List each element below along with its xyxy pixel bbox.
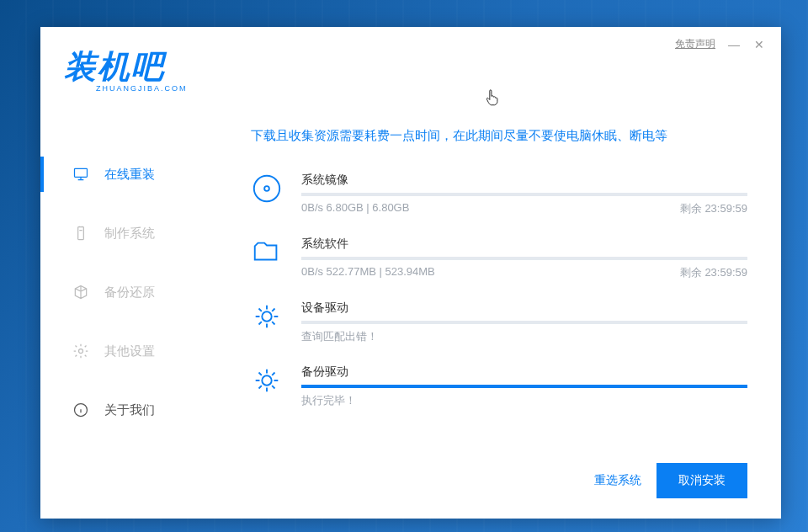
progress-bar <box>301 321 747 324</box>
nav-about[interactable]: 关于我们 <box>40 380 234 439</box>
task-remain: 剩余 23:59:59 <box>680 201 747 216</box>
nav-make-system[interactable]: 制作系统 <box>40 204 234 263</box>
logo-subtext: ZHUANGJIBA.COM <box>96 84 188 93</box>
cube-icon <box>72 284 89 301</box>
svg-point-6 <box>262 311 271 321</box>
nav-other-settings[interactable]: 其他设置 <box>40 322 234 380</box>
progress-bar <box>301 385 747 388</box>
task-title: 系统软件 <box>301 237 747 252</box>
nav-label: 关于我们 <box>104 402 155 418</box>
task-speed: 0B/s 522.77MB | 523.94MB <box>301 265 435 280</box>
sidebar: 在线重装 制作系统 备份还原 其他设置 关于我们 <box>40 145 234 439</box>
task-backup-driver: 备份驱动 执行完毕！ <box>251 364 747 408</box>
hint-text: 下载且收集资源需要耗费一点时间，在此期间尽量不要使电脑休眠、断电等 <box>251 128 747 144</box>
footer: 重选系统 取消安装 <box>594 463 747 498</box>
gear-icon <box>251 301 283 332</box>
minimize-button[interactable]: — <box>727 38 741 51</box>
nav-label: 制作系统 <box>104 226 155 242</box>
reselect-system-link[interactable]: 重选系统 <box>594 473 641 488</box>
svg-rect-1 <box>78 227 84 240</box>
task-title: 备份驱动 <box>301 364 747 380</box>
gear-icon <box>251 364 283 396</box>
progress-bar <box>301 193 747 196</box>
task-status: 执行完毕！ <box>301 393 356 408</box>
task-system-image: 系统镜像 0B/s 6.80GB | 6.80GB 剩余 23:59:59 <box>251 173 747 216</box>
task-status: 查询匹配出错！ <box>301 329 378 344</box>
nav-backup-restore[interactable]: 备份还原 <box>40 263 234 322</box>
app-window: 免责声明 — ✕ 装机吧 ZHUANGJIBA.COM 在线重装 制作系统 备份… <box>40 27 781 519</box>
disc-icon <box>251 173 283 205</box>
logo-text: 装机吧 <box>64 51 188 82</box>
task-title: 设备驱动 <box>301 301 747 316</box>
gear-icon <box>72 343 89 359</box>
nav-label: 其他设置 <box>104 343 155 359</box>
main-content: 下载且收集资源需要耗费一点时间，在此期间尽量不要使电脑休眠、断电等 系统镜像 0… <box>251 128 747 428</box>
nav-label: 备份还原 <box>104 285 155 301</box>
svg-point-7 <box>262 375 271 385</box>
progress-bar <box>301 257 747 260</box>
svg-point-4 <box>254 176 279 201</box>
disclaimer-link[interactable]: 免责声明 <box>675 37 715 51</box>
nav-label: 在线重装 <box>104 167 155 183</box>
svg-rect-0 <box>75 168 88 177</box>
task-title: 系统镜像 <box>301 173 747 188</box>
usb-icon <box>72 225 89 242</box>
task-device-driver: 设备驱动 查询匹配出错！ <box>251 301 747 344</box>
titlebar: 免责声明 — ✕ <box>675 37 766 51</box>
svg-point-2 <box>79 349 83 354</box>
svg-point-5 <box>264 186 269 191</box>
cursor-pointer-icon <box>485 88 502 108</box>
app-logo: 装机吧 ZHUANGJIBA.COM <box>64 51 188 93</box>
close-button[interactable]: ✕ <box>752 38 766 51</box>
task-system-software: 系统软件 0B/s 522.77MB | 523.94MB 剩余 23:59:5… <box>251 237 747 280</box>
monitor-icon <box>72 166 89 183</box>
info-icon <box>72 402 89 418</box>
task-remain: 剩余 23:59:59 <box>680 265 747 280</box>
folder-icon <box>251 237 283 269</box>
task-speed: 0B/s 6.80GB | 6.80GB <box>301 201 409 216</box>
cancel-install-button[interactable]: 取消安装 <box>656 463 747 498</box>
nav-online-reinstall[interactable]: 在线重装 <box>40 145 234 204</box>
